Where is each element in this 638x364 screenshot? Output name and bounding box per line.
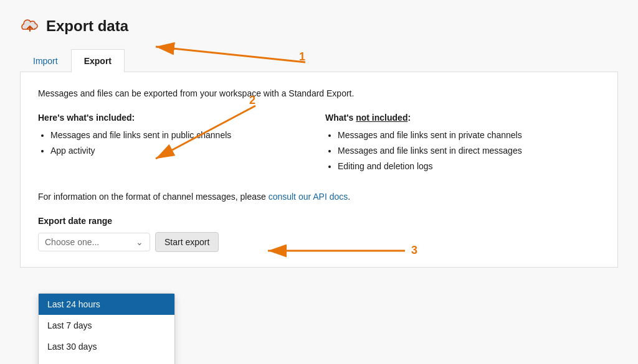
chevron-down-icon: ⌄ xyxy=(136,237,143,247)
date-range-controls: Choose one... ⌄ Start export xyxy=(38,232,600,252)
list-item: Editing and deletion logs xyxy=(338,160,600,173)
date-range-dropdown[interactable]: Choose one... ⌄ xyxy=(38,233,150,251)
included-grid: Here's what's included: Messages and fil… xyxy=(38,113,600,175)
tab-bar: Import Export xyxy=(20,49,618,72)
dropdown-option-last30[interactable]: Last 30 days xyxy=(39,336,174,357)
start-export-button[interactable]: Start export xyxy=(155,232,219,252)
not-included-heading: What's not included: xyxy=(325,113,600,123)
cloud-upload-icon xyxy=(20,15,40,37)
api-docs-line: For information on the format of channel… xyxy=(38,190,600,203)
included-section: Here's what's included: Messages and fil… xyxy=(38,113,313,175)
list-item: App activity xyxy=(50,144,313,157)
intro-text: Messages and files can be exported from … xyxy=(38,87,600,100)
list-item: Messages and file links sent in direct m… xyxy=(338,144,600,157)
tab-import[interactable]: Import xyxy=(20,49,71,72)
list-item: Messages and file links sent in public c… xyxy=(50,129,313,142)
tab-export[interactable]: Export xyxy=(71,49,125,72)
not-included-section: What's not included: Messages and file l… xyxy=(325,113,600,175)
export-date-range-label: Export date range xyxy=(38,216,600,226)
not-included-list: Messages and file links sent in private … xyxy=(325,129,600,173)
page-header: Export data xyxy=(20,15,618,37)
dropdown-option-last24[interactable]: Last 24 hours xyxy=(39,294,174,315)
dropdown-menu: Last 24 hours Last 7 days Last 30 days E… xyxy=(38,293,175,364)
dropdown-option-last7[interactable]: Last 7 days xyxy=(39,315,174,336)
page-title: Export data xyxy=(46,17,128,35)
list-item: Messages and file links sent in private … xyxy=(338,129,600,142)
included-list: Messages and file links sent in public c… xyxy=(38,129,313,157)
included-heading: Here's what's included: xyxy=(38,113,313,123)
content-panel: Messages and files can be exported from … xyxy=(20,72,618,268)
dropdown-option-entire[interactable]: Entire history xyxy=(39,357,174,364)
api-docs-link[interactable]: consult our API docs xyxy=(269,192,348,202)
